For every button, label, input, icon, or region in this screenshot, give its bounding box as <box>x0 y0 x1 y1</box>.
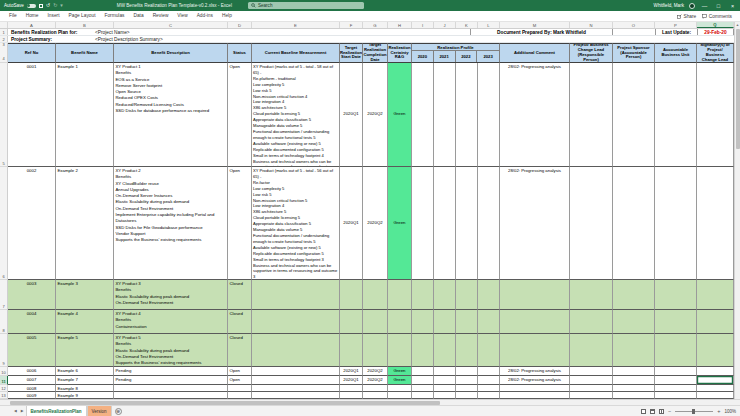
cell-ref[interactable]: 0003 <box>8 280 56 310</box>
cell-change-lead[interactable] <box>570 392 613 399</box>
header-year-2023[interactable]: 2023 <box>477 51 499 62</box>
cell-sponsor[interactable] <box>613 376 655 385</box>
cell-2022[interactable] <box>456 310 478 334</box>
page-break-view-icon[interactable] <box>659 409 664 414</box>
cell-rag[interactable]: Green <box>388 376 412 385</box>
tab-home[interactable]: Home <box>22 11 43 21</box>
cell-signatory[interactable] <box>697 167 734 280</box>
col-header-n[interactable]: N <box>570 22 613 28</box>
cell-baseline[interactable] <box>252 334 340 367</box>
page-layout-view-icon[interactable] <box>650 409 655 414</box>
cell-2021[interactable] <box>434 367 456 376</box>
cell-ref[interactable]: 0006 <box>8 367 56 376</box>
cell-rag[interactable]: Green <box>388 367 412 376</box>
cell-2020[interactable] <box>412 334 434 367</box>
cell-unit[interactable] <box>655 334 697 367</box>
cell-unit[interactable] <box>655 385 697 392</box>
cell-completion-date[interactable]: 2020Q2 <box>363 167 388 280</box>
cell-status[interactable] <box>228 385 252 392</box>
header-rag[interactable]: Realization Certainty RAG <box>388 43 412 63</box>
cell-change-lead[interactable] <box>570 280 613 310</box>
cell-2020[interactable] <box>412 376 434 385</box>
cell-unit[interactable] <box>655 367 697 376</box>
cell-2023[interactable] <box>478 367 500 376</box>
sheet-tab-benefits-realization-plan[interactable]: BenefitsRealizationPlan <box>26 406 87 416</box>
cell-benefit-name[interactable]: Example 7 <box>56 376 114 385</box>
header-ref-no[interactable]: Ref No <box>8 43 56 63</box>
cell-baseline[interactable]: XY Product (marks out of 5 - total - 56 … <box>252 167 340 280</box>
cell-rag[interactable] <box>388 310 412 334</box>
cell-2023[interactable] <box>478 334 500 367</box>
sheet-tab-version[interactable]: Version <box>87 406 112 416</box>
cell-benefit-name[interactable]: Example 9 <box>56 392 114 399</box>
cell-sponsor[interactable] <box>613 63 655 167</box>
cell-description[interactable]: XY Product 3 Benefits Elastic Scalabilit… <box>114 280 228 310</box>
cell-benefit-name[interactable]: Example 4 <box>56 310 114 334</box>
autosave-toggle[interactable] <box>27 4 36 8</box>
cell-benefit-name[interactable]: Example 6 <box>56 367 114 376</box>
tab-add-ins[interactable]: Add-ins <box>193 11 217 21</box>
minimize-button[interactable]: — <box>700 3 709 9</box>
cell-rag[interactable] <box>388 385 412 392</box>
cell-change-lead[interactable] <box>570 63 613 167</box>
cell-signatory[interactable] <box>697 392 734 399</box>
cell-unit[interactable] <box>655 376 697 385</box>
cell-comment[interactable]: 28/02: Progressing analysis <box>500 63 570 167</box>
cell-ref[interactable]: 0002 <box>8 167 56 280</box>
header-year-2020[interactable]: 2020 <box>412 51 434 62</box>
cell-signatory[interactable] <box>697 280 734 310</box>
header-benefit-name[interactable]: Benefit Name <box>56 43 114 63</box>
cell-description[interactable]: Pending <box>114 376 228 385</box>
cell-2023[interactable] <box>478 280 500 310</box>
cell-2021[interactable] <box>434 63 456 167</box>
cell-2022[interactable] <box>456 63 478 167</box>
cell-signatory[interactable] <box>697 385 734 392</box>
zoom-in-button[interactable]: + <box>717 408 720 414</box>
avatar[interactable] <box>689 3 695 9</box>
share-button[interactable]: Share <box>677 14 696 19</box>
cell-status[interactable]: Open <box>228 167 252 280</box>
header-year-2021[interactable]: 2021 <box>434 51 456 62</box>
cell-unit[interactable] <box>655 280 697 310</box>
col-header-h[interactable]: H <box>388 22 412 28</box>
cell-ref[interactable]: 0008 <box>8 385 56 392</box>
cell-completion-date[interactable]: 2020Q2 <box>363 376 388 385</box>
cell-description[interactable]: XY Product 5 Benefits Elastic Scalabilit… <box>114 334 228 367</box>
cell-rag[interactable] <box>388 392 412 399</box>
cell-status[interactable]: Open <box>228 63 252 167</box>
cell-comment[interactable] <box>500 334 570 367</box>
cell-sponsor[interactable] <box>613 392 655 399</box>
col-header-q-selected[interactable]: Q <box>697 22 734 28</box>
header-completion-date[interactable]: Target Realization Completion Date <box>363 43 388 63</box>
last-update-label[interactable]: Last Update: <box>655 29 697 35</box>
cell-sponsor[interactable] <box>613 334 655 367</box>
cell-2023[interactable] <box>478 376 500 385</box>
cell-2023[interactable] <box>478 310 500 334</box>
cell-sponsor[interactable] <box>613 367 655 376</box>
vertical-scrollbar[interactable]: ▲ <box>734 22 740 399</box>
header-project-sponsor[interactable]: Project Sponsor (Accountable Person) <box>613 43 655 63</box>
cell-2020[interactable] <box>412 167 434 280</box>
cell-start-date[interactable]: 2020Q1 <box>340 376 363 385</box>
col-header-g[interactable]: G <box>363 22 388 28</box>
col-header-o[interactable]: O <box>613 22 655 28</box>
prepared-by-cell[interactable]: Document Prepared By: Mark Whitfield <box>470 29 613 35</box>
cell-rag[interactable] <box>388 280 412 310</box>
plan-for-value[interactable]: <Project Name> <box>95 30 130 35</box>
cell-start-date[interactable]: 2020Q1 <box>340 167 363 280</box>
header-additional-comment[interactable]: Additional Comment <box>500 43 570 63</box>
save-icon[interactable] <box>39 4 43 8</box>
cell-2022[interactable] <box>456 385 478 392</box>
zoom-level[interactable]: 100% <box>724 409 736 414</box>
cell-baseline[interactable]: XY Product (marks out of 5 - total - 58 … <box>252 63 340 167</box>
tab-file[interactable]: File <box>5 11 21 21</box>
redo-icon[interactable]: ↻ <box>53 3 57 8</box>
comments-button[interactable]: Comments <box>702 14 732 19</box>
cell-2021[interactable] <box>434 385 456 392</box>
cell-completion-date[interactable] <box>363 280 388 310</box>
cell-change-lead[interactable] <box>570 385 613 392</box>
header-realization-profile[interactable]: Realization Profile <box>412 44 499 51</box>
cell-description[interactable]: XY Product 4 Benefits Containerisation <box>114 310 228 334</box>
cell-signatory[interactable] <box>697 310 734 334</box>
cell-start-date[interactable] <box>340 385 363 392</box>
